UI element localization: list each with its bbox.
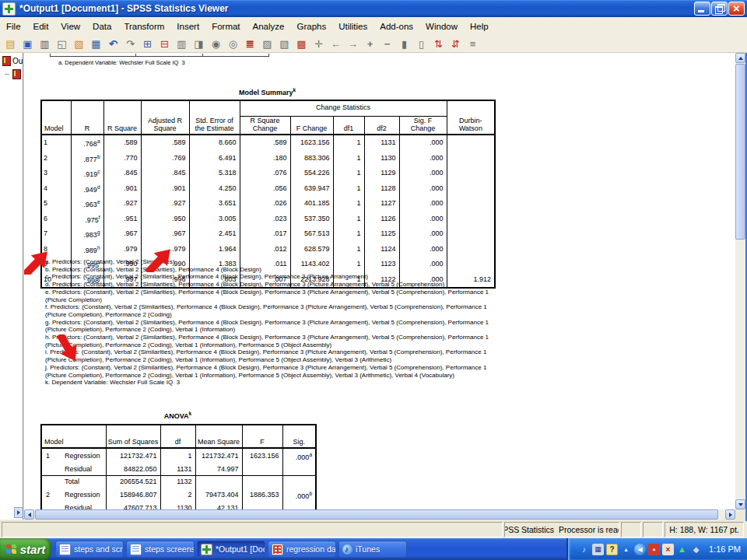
r-square-cell: .951 bbox=[103, 212, 141, 227]
menu-item[interactable]: Transform bbox=[117, 19, 170, 33]
toolbar-button[interactable]: ⊞ bbox=[139, 37, 156, 51]
anova-table[interactable]: Model Sum of Squares df Mean Square F Si… bbox=[40, 424, 317, 509]
adj-r-square-cell: .901 bbox=[141, 181, 189, 197]
toolbar-button[interactable]: ⇅ bbox=[430, 37, 447, 51]
toolbar-button[interactable]: ▩ bbox=[293, 37, 310, 51]
window-control-button[interactable] bbox=[711, 2, 728, 16]
horizontal-scrollbar[interactable] bbox=[24, 509, 735, 520]
r-cell: .877b bbox=[71, 151, 103, 166]
outline-pane[interactable]: Out bbox=[0, 53, 23, 520]
scroll-down-button[interactable] bbox=[735, 499, 745, 509]
menu-item[interactable]: Graphs bbox=[290, 19, 332, 33]
r-square-cell: .979 bbox=[103, 242, 141, 257]
taskbar: start steps and scree... steps screensho… bbox=[0, 538, 747, 560]
toolbar-button[interactable]: ↶ bbox=[105, 37, 121, 51]
window-control-button[interactable] bbox=[728, 2, 745, 16]
durbin-watson-cell bbox=[447, 135, 495, 151]
r-square-cell: .901 bbox=[103, 181, 141, 197]
window-controls bbox=[693, 2, 745, 16]
toolbar-button[interactable]: ▥ bbox=[37, 37, 53, 51]
toolbar-button[interactable]: ⇵ bbox=[447, 37, 464, 51]
toolbar-button[interactable]: ▧ bbox=[276, 37, 293, 51]
toolbar-button[interactable]: ✛ bbox=[310, 37, 327, 51]
f-change-cell: 639.947 bbox=[290, 181, 333, 197]
toolbar-button[interactable]: ≡ bbox=[465, 37, 481, 51]
toolbar-button[interactable]: → bbox=[345, 37, 361, 51]
r-square-change-cell: .076 bbox=[240, 166, 290, 181]
horizontal-scroll-thumb[interactable] bbox=[35, 509, 718, 520]
tray-icon[interactable]: ? bbox=[606, 544, 618, 555]
taskbar-window-button[interactable]: steps screensho... bbox=[126, 541, 195, 558]
r-square-cell: .770 bbox=[103, 151, 141, 166]
model-summary-title: Model Summaryk bbox=[40, 87, 494, 96]
vertical-scrollbar[interactable] bbox=[735, 53, 745, 509]
tray-icon[interactable]: ▲ bbox=[676, 544, 688, 555]
tray-icon[interactable]: ♪ bbox=[578, 544, 590, 555]
taskbar-window-button[interactable]: steps and scree... bbox=[55, 541, 124, 558]
toolbar-button[interactable]: ◱ bbox=[54, 37, 70, 51]
toolbar-button[interactable]: ◨ bbox=[191, 37, 207, 51]
output-document-pane[interactable]: a. Dependent Variable: Wechsler Full Sca… bbox=[24, 53, 735, 509]
toolbar-button[interactable]: ↷ bbox=[122, 37, 139, 51]
toolbar-button[interactable]: + bbox=[362, 37, 378, 51]
toolbar-button[interactable]: ▦ bbox=[88, 37, 104, 51]
f-cell bbox=[242, 502, 282, 509]
toolbar-button[interactable]: − bbox=[379, 37, 395, 51]
tray-icon[interactable]: × bbox=[662, 544, 674, 555]
f-change-cell: 567.513 bbox=[290, 226, 333, 242]
scroll-right-button[interactable] bbox=[725, 509, 735, 520]
outline-item-child[interactable] bbox=[5, 68, 23, 79]
tray-icon[interactable]: ◀ bbox=[634, 544, 646, 555]
window-control-button[interactable] bbox=[694, 2, 710, 16]
menu-item[interactable]: Format bbox=[205, 19, 246, 33]
toolbar-button[interactable]: ▥ bbox=[174, 37, 190, 51]
toolbar-button[interactable]: ≣ bbox=[242, 37, 258, 51]
scroll-up-button[interactable] bbox=[735, 53, 745, 63]
toolbar-icon: ⇅ bbox=[434, 38, 443, 50]
col-header-durbin-watson: Durbin-Watson bbox=[447, 100, 495, 135]
previous-table-footnote: a. Dependent Variable: Wechsler Full Sca… bbox=[58, 59, 185, 66]
menu-item[interactable]: Insert bbox=[170, 19, 205, 33]
taskbar-window-button[interactable]: iTunes bbox=[338, 541, 407, 558]
menu-item[interactable]: Utilities bbox=[332, 19, 374, 33]
scroll-left-button[interactable] bbox=[24, 509, 34, 520]
menu-item[interactable]: Data bbox=[86, 19, 117, 33]
toolbar-button[interactable]: ← bbox=[328, 37, 344, 51]
title-bar: *Output1 [Document1] - SPSS Statistics V… bbox=[0, 0, 747, 17]
tray-icon[interactable]: ◆ bbox=[690, 544, 702, 555]
menu-item[interactable]: View bbox=[54, 19, 86, 33]
window-title: *Output1 [Document1] - SPSS Statistics V… bbox=[19, 3, 693, 14]
col-header-r: R bbox=[71, 100, 103, 135]
menu-item[interactable]: Add-ons bbox=[374, 19, 419, 33]
tray-icon[interactable]: ▪ bbox=[648, 544, 660, 555]
toolbar-button[interactable]: ▧ bbox=[71, 37, 87, 51]
taskbar-window-button[interactable]: *Output1 [Doc... bbox=[197, 541, 265, 558]
start-button[interactable]: start bbox=[0, 538, 51, 560]
toolbar-button[interactable]: ▣ bbox=[19, 37, 36, 51]
toolbar-button[interactable]: ◉ bbox=[208, 37, 224, 51]
vertical-scroll-thumb[interactable] bbox=[735, 64, 745, 240]
toolbar-button[interactable]: ⊟ bbox=[156, 37, 173, 51]
menu-item[interactable]: Edit bbox=[27, 19, 55, 33]
start-label: start bbox=[20, 543, 46, 556]
task-window-label: steps and scree... bbox=[74, 544, 124, 554]
df1-cell: 1 bbox=[333, 135, 364, 151]
menu-item[interactable]: Help bbox=[464, 19, 495, 33]
toolbar-button[interactable]: ▨ bbox=[259, 37, 275, 51]
toolbar-button[interactable]: ◎ bbox=[225, 37, 241, 51]
r-square-cell: .927 bbox=[103, 196, 141, 212]
r-square-change-cell: .180 bbox=[240, 151, 290, 166]
menu-item[interactable]: Window bbox=[419, 19, 464, 33]
taskbar-window-button[interactable]: regression datas... bbox=[268, 541, 336, 558]
menu-item[interactable]: Analyze bbox=[247, 19, 291, 33]
menu-item[interactable]: File bbox=[0, 19, 27, 33]
df1-cell: 1 bbox=[333, 166, 364, 181]
toolbar-button[interactable]: ▮ bbox=[396, 37, 412, 51]
tray-icon[interactable]: ▴ bbox=[620, 544, 632, 555]
toolbar-button[interactable]: ▯ bbox=[413, 37, 430, 51]
tray-icon[interactable]: ▦ bbox=[592, 544, 604, 555]
outline-item-output[interactable]: Out bbox=[0, 55, 23, 66]
outline-scroll-arrow[interactable] bbox=[14, 507, 23, 518]
toolbar-button[interactable]: ▤ bbox=[2, 37, 19, 51]
toolbar-icon: ▯ bbox=[419, 38, 424, 50]
